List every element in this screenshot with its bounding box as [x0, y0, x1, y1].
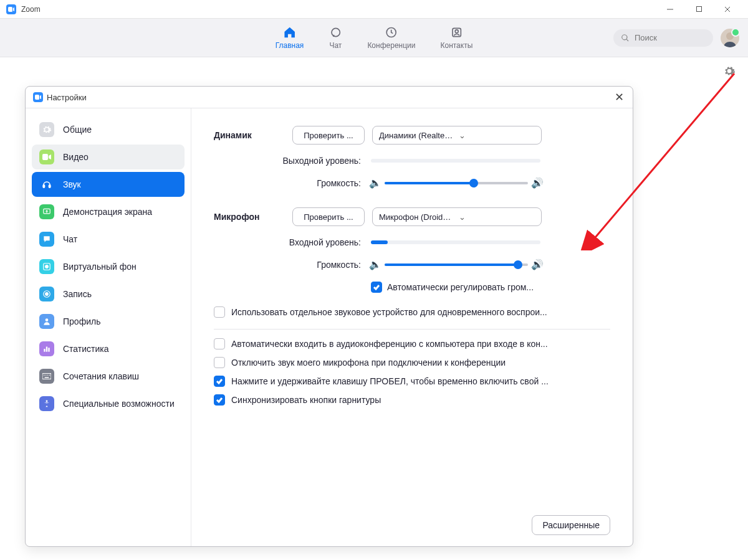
search-placeholder: Поиск [635, 33, 657, 42]
speaker-volume-label: Громкость: [214, 178, 371, 188]
sidebar-item-vb[interactable]: Виртуальный фон [32, 254, 185, 279]
sidebar-item-audio[interactable]: Звук [32, 172, 185, 197]
svg-rect-17 [44, 349, 45, 352]
mute_on_join-label: Отключить звук моего микрофона при подкл… [231, 358, 506, 368]
chevron-down-icon: ⌄ [459, 131, 535, 140]
svg-rect-8 [42, 154, 48, 160]
user-avatar[interactable] [721, 29, 739, 47]
svg-point-7 [726, 32, 734, 40]
auto_join-checkbox[interactable] [214, 338, 225, 349]
zoom-app-icon [6, 4, 16, 14]
avatar-image [721, 29, 739, 47]
sidebar-item-video[interactable]: Видео [32, 145, 185, 169]
sidebar-item-label: Демонстрация экрана [63, 207, 152, 217]
auto_join-label: Автоматически входить в аудиоконференцию… [231, 339, 548, 349]
sidebar-item-access[interactable]: Специальные возможности [32, 391, 185, 416]
chat-icon [328, 26, 342, 39]
dialog-title: Настройки [47, 93, 87, 102]
svg-rect-10 [49, 185, 50, 188]
top-navigation: Главная Чат Конференции Контакты Поиск [0, 19, 748, 57]
sidebar-item-label: Статистика [63, 344, 109, 354]
mic-input-level-meter [371, 240, 540, 244]
sync_headset-checkbox[interactable] [214, 394, 225, 406]
sidebar-item-share[interactable]: Демонстрация экрана [32, 199, 185, 224]
window-minimize-button[interactable] [656, 0, 684, 19]
speaker-output-level-label: Выходной уровень: [214, 156, 371, 166]
mic-section-label: Микрофон [214, 212, 292, 222]
nav-chat-label: Чат [329, 41, 342, 50]
sidebar-item-label: Специальные возможности [63, 399, 175, 409]
zoom-app-icon [33, 92, 43, 102]
dialog-close-button[interactable]: ✕ [613, 90, 625, 104]
access-icon [39, 396, 54, 411]
nav-home[interactable]: Главная [276, 26, 304, 50]
sidebar-item-profile[interactable]: Профиль [32, 309, 185, 334]
home-icon [283, 26, 297, 39]
settings-gear-icon[interactable] [723, 65, 736, 77]
advanced-button[interactable]: Расширенные [532, 515, 610, 535]
sidebar-item-label: Общие [63, 125, 92, 135]
chevron-down-icon: ⌄ [459, 212, 535, 222]
mute_on_join-checkbox[interactable] [214, 357, 225, 368]
sidebar-item-general[interactable]: Общие [32, 117, 185, 142]
sidebar-item-label: Видео [63, 152, 89, 163]
window-close-button[interactable] [713, 0, 742, 19]
mic-device-dropdown[interactable]: Микрофон (DroidCam Virtual Au... ⌄ [372, 207, 542, 226]
speaker-device-dropdown[interactable]: Динамики (Realtek High Definitio... ⌄ [372, 126, 542, 145]
record-icon [39, 287, 54, 301]
audio-settings-pane: Динамик Проверить ... Динамики (Realtek … [191, 108, 633, 546]
speaker-volume-slider[interactable] [385, 182, 528, 184]
contacts-icon [449, 26, 463, 39]
mic-volume-slider[interactable] [385, 263, 528, 266]
space_unmute-checkbox[interactable] [214, 376, 225, 387]
audio-icon [39, 177, 54, 192]
general-icon [39, 122, 54, 137]
nav-contacts[interactable]: Контакты [440, 26, 472, 50]
test-mic-button[interactable]: Проверить ... [292, 207, 365, 226]
search-input[interactable]: Поиск [613, 29, 713, 47]
sidebar-item-stats[interactable]: Статистика [32, 336, 185, 361]
dialog-header: Настройки ✕ [26, 87, 633, 108]
separate-device-checkbox[interactable] [214, 306, 225, 318]
svg-rect-19 [48, 348, 49, 351]
settings-dialog: Настройки ✕ ОбщиеВидеоЗвукДемонстрация э… [25, 86, 633, 547]
svg-point-22 [46, 374, 47, 376]
nav-meetings-label: Конференции [367, 41, 415, 50]
window-maximize-button[interactable] [684, 0, 713, 19]
auto-adjust-volume-checkbox[interactable] [371, 282, 382, 293]
sidebar-item-record[interactable]: Запись [32, 282, 185, 306]
sidebar-item-chat[interactable]: Чат [32, 227, 185, 252]
speaker-section-label: Динамик [214, 130, 292, 140]
chat-icon [39, 232, 54, 247]
search-icon [621, 34, 630, 42]
test-speaker-button[interactable]: Проверить ... [292, 126, 365, 145]
nav-chat[interactable]: Чат [328, 26, 342, 50]
volume-low-icon: 🔈 [371, 259, 380, 270]
mic-input-level-label: Входной уровень: [214, 237, 371, 247]
nav-meetings[interactable]: Конференции [367, 26, 415, 50]
stats-icon [39, 341, 54, 356]
sync_headset-label: Синхронизировать кнопки гарнитуры [231, 395, 381, 405]
window-title: Zoom [21, 5, 41, 14]
sidebar-item-label: Профиль [63, 316, 100, 327]
volume-high-icon: 🔊 [533, 259, 542, 270]
speaker-device-value: Динамики (Realtek High Definitio... [379, 131, 455, 140]
profile-icon [39, 314, 54, 329]
svg-rect-9 [43, 185, 45, 188]
speaker-output-level-meter [371, 159, 540, 163]
svg-point-13 [46, 265, 49, 268]
vb-icon [39, 259, 54, 274]
svg-rect-18 [46, 347, 47, 352]
svg-point-16 [46, 318, 49, 321]
svg-point-6 [455, 30, 458, 33]
window-controls [656, 0, 742, 19]
mic-device-value: Микрофон (DroidCam Virtual Au... [379, 212, 455, 222]
sidebar-item-label: Чат [63, 234, 77, 245]
nav-contacts-label: Контакты [440, 41, 472, 50]
volume-low-icon: 🔈 [371, 177, 380, 189]
svg-rect-20 [42, 373, 51, 379]
svg-point-15 [46, 293, 49, 296]
svg-point-23 [47, 374, 49, 376]
svg-point-26 [46, 400, 48, 402]
sidebar-item-shortcuts[interactable]: Сочетания клавиш [32, 364, 185, 389]
